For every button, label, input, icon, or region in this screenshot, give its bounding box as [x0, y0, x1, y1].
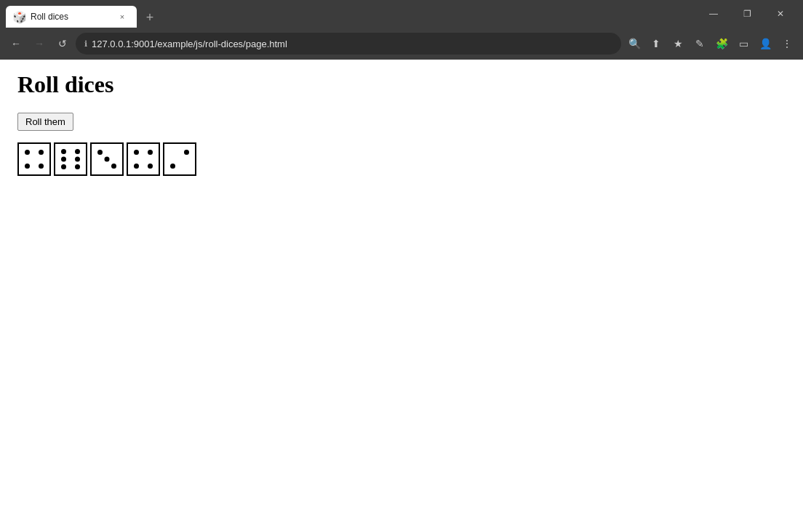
tab-title: Roll dices — [31, 12, 111, 22]
new-tab-button[interactable]: + — [140, 7, 160, 28]
dot — [25, 150, 30, 155]
bookmark-button[interactable]: ★ — [668, 33, 688, 54]
dot — [61, 149, 66, 154]
browser-tab[interactable]: 🎲 Roll dices × — [6, 6, 137, 28]
forward-button[interactable]: → — [29, 33, 49, 54]
dot — [25, 164, 30, 169]
menu-button[interactable]: ⋮ — [777, 33, 797, 54]
zoom-button[interactable]: 🔍 — [624, 33, 644, 54]
dot — [75, 164, 80, 169]
back-button[interactable]: ← — [6, 33, 26, 54]
profile-button[interactable]: 👤 — [755, 33, 775, 54]
dot — [39, 150, 44, 155]
tab-close-button[interactable]: × — [116, 11, 128, 23]
address-bar[interactable]: ℹ 127.0.0.1:9001/example/js/roll-dices/p… — [76, 33, 621, 55]
navigation-bar: ← → ↺ ℹ 127.0.0.1:9001/example/js/roll-d… — [0, 28, 803, 60]
dot — [134, 150, 139, 155]
dot — [105, 157, 110, 162]
die-4 — [127, 142, 160, 176]
toolbar-actions: 🔍 ⬆ ★ ✎ 🧩 ▭ 👤 ⋮ — [624, 33, 797, 54]
security-icon: ℹ — [84, 39, 87, 49]
dot — [75, 149, 80, 154]
dot — [61, 164, 66, 169]
dot — [61, 157, 66, 162]
die-3 — [90, 142, 124, 176]
dot — [184, 150, 189, 155]
page-title: Roll dices — [17, 71, 786, 98]
reload-button[interactable]: ↺ — [52, 33, 73, 54]
maximize-button[interactable]: ❐ — [730, 0, 764, 28]
tab-favicon: 🎲 — [15, 12, 25, 22]
page-content: Roll dices Roll them — [0, 60, 803, 532]
pen-button[interactable]: ✎ — [690, 33, 710, 54]
extensions-button[interactable]: 🧩 — [711, 33, 732, 54]
minimize-button[interactable]: — — [697, 0, 730, 28]
sidebar-button[interactable]: ▭ — [733, 33, 754, 54]
dot — [148, 150, 153, 155]
die-1 — [17, 142, 51, 176]
dot — [170, 164, 175, 169]
dot — [39, 164, 44, 169]
dice-container — [17, 142, 786, 176]
url-text: 127.0.0.1:9001/example/js/roll-dices/pag… — [92, 39, 287, 49]
dot — [111, 164, 116, 169]
dot — [97, 150, 103, 155]
close-button[interactable]: ✕ — [764, 0, 797, 28]
die-2 — [54, 142, 87, 176]
roll-button[interactable]: Roll them — [17, 113, 73, 131]
dot — [148, 164, 153, 169]
die-5 — [163, 142, 196, 176]
dot — [75, 157, 80, 162]
share-button[interactable]: ⬆ — [646, 33, 666, 54]
dot — [134, 164, 139, 169]
